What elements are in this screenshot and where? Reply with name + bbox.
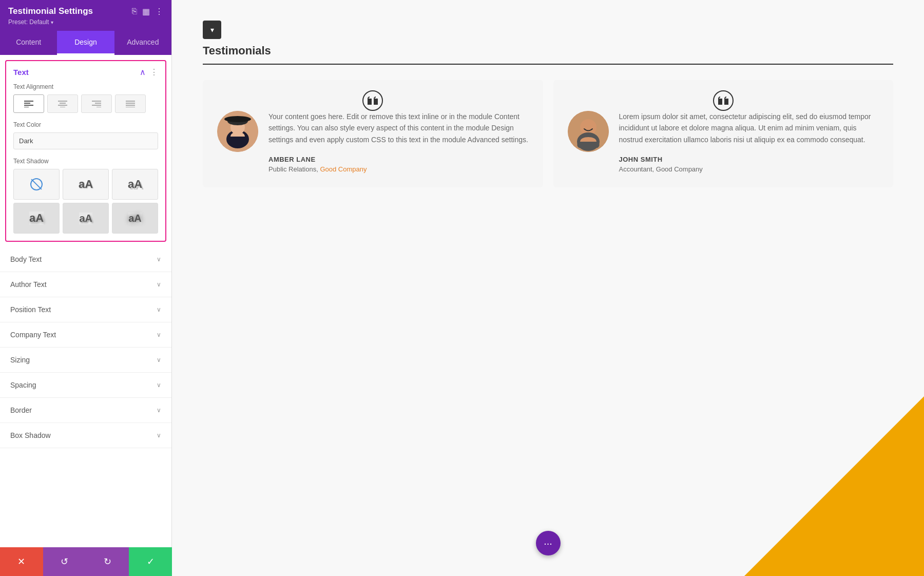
author-text-label: Author Text xyxy=(10,280,47,289)
sidebar-title: Testimonial Settings xyxy=(8,6,93,16)
svg-point-20 xyxy=(224,116,251,122)
section-icon-button[interactable]: ▾ xyxy=(203,21,221,39)
section-text-expanded: Text ∧ ⋮ Text Alignment xyxy=(5,60,166,242)
spacing-label: Spacing xyxy=(10,381,36,389)
text-color-label: Text Color xyxy=(13,121,158,128)
quote-icon-2 xyxy=(713,90,734,111)
card-1-position: Public Relations, Good Company xyxy=(268,165,529,173)
card-2-author: JOHN SMITH xyxy=(619,156,879,163)
section-text-icons: ∧ ⋮ xyxy=(140,67,158,77)
card-1-text-block: Your content goes here. Edit or remove t… xyxy=(268,111,529,173)
section-position-text[interactable]: Position Text ∨ xyxy=(0,297,171,322)
shadow-5-button[interactable]: aA xyxy=(112,203,158,234)
testimonial-card-2: Lorem ipsum dolor sit amet, consectetur … xyxy=(553,80,894,187)
section-author-text[interactable]: Author Text ∨ xyxy=(0,272,171,297)
alignment-buttons xyxy=(13,94,158,113)
chevron-down-icon: ▾ xyxy=(210,26,214,34)
text-shadow-label: Text Shadow xyxy=(13,158,158,165)
sidebar-content: Text ∧ ⋮ Text Alignment xyxy=(0,55,171,576)
company-text-label: Company Text xyxy=(10,331,56,339)
undo-button[interactable]: ↺ xyxy=(43,547,86,576)
shadow-4-button[interactable]: aA xyxy=(63,203,109,234)
redo-button[interactable]: ↻ xyxy=(86,547,129,576)
preset-label[interactable]: Preset: Default ▾ xyxy=(8,18,163,26)
section-box-shadow[interactable]: Box Shadow ∨ xyxy=(0,423,171,448)
shadow-1-preview: aA xyxy=(79,178,93,191)
no-shadow-icon xyxy=(30,178,43,190)
text-alignment-label: Text Alignment xyxy=(13,83,158,90)
shadow-none-button[interactable] xyxy=(13,169,60,200)
body-text-chevron-icon: ∨ xyxy=(157,256,161,263)
floating-action-button[interactable]: ··· xyxy=(536,531,561,555)
testimonials-row: Your content goes here. Edit or remove t… xyxy=(203,80,893,187)
avatar-1 xyxy=(217,111,258,152)
main-content: ▾ Testimonials xyxy=(172,0,924,576)
testimonial-card-1: Your content goes here. Edit or remove t… xyxy=(203,80,543,187)
align-right-button[interactable] xyxy=(81,94,112,113)
section-more-icon[interactable]: ⋮ xyxy=(150,67,158,77)
position-text-chevron-icon: ∨ xyxy=(157,306,161,313)
spacing-chevron-icon: ∨ xyxy=(157,381,161,389)
card-2-body: Lorem ipsum dolor sit amet, consectetur … xyxy=(568,111,879,173)
align-justify-button[interactable] xyxy=(115,94,146,113)
box-shadow-chevron-icon: ∨ xyxy=(157,432,161,439)
card-2-text-block: Lorem ipsum dolor sit amet, consectetur … xyxy=(619,111,879,173)
preset-caret-icon: ▾ xyxy=(51,20,53,25)
sizing-label: Sizing xyxy=(10,356,30,364)
section-text-header[interactable]: Text ∧ ⋮ xyxy=(6,61,165,83)
testimonials-title: Testimonials xyxy=(203,44,893,65)
section-company-text[interactable]: Company Text ∨ xyxy=(0,322,171,348)
shadow-4-preview: aA xyxy=(79,213,92,224)
shadow-3-preview: aA xyxy=(29,212,44,225)
sizing-chevron-icon: ∨ xyxy=(157,356,161,363)
sidebar-bottom-bar: ✕ ↺ ↻ ✓ xyxy=(0,547,172,576)
sidebar: Testimonial Settings ⎘ ▦ ⋮ Preset: Defau… xyxy=(0,0,172,576)
section-text-content: Text Alignment Text Colo xyxy=(6,83,165,241)
card-1-body: Your content goes here. Edit or remove t… xyxy=(217,111,529,173)
shadow-5-preview: aA xyxy=(128,213,142,224)
tab-content[interactable]: Content xyxy=(0,31,57,55)
layout-icon[interactable]: ▦ xyxy=(142,7,150,16)
shadow-2-button[interactable]: aA xyxy=(112,169,158,200)
copy-icon[interactable]: ⎘ xyxy=(132,7,137,16)
section-body-text[interactable]: Body Text ∨ xyxy=(0,247,171,272)
card-2-body-text: Lorem ipsum dolor sit amet, consectetur … xyxy=(619,111,879,145)
align-left-button[interactable] xyxy=(13,94,44,113)
quote-icon-1 xyxy=(362,90,383,111)
card-1-company-link[interactable]: Good Company xyxy=(320,165,367,173)
card-1-author: AMBER LANE xyxy=(268,156,529,163)
border-chevron-icon: ∨ xyxy=(157,407,161,414)
sidebar-tabs: Content Design Advanced xyxy=(0,31,171,55)
company-text-chevron-icon: ∨ xyxy=(157,331,161,338)
author-text-chevron-icon: ∨ xyxy=(157,281,161,288)
more-icon[interactable]: ⋮ xyxy=(155,7,163,16)
tab-advanced[interactable]: Advanced xyxy=(114,31,171,55)
box-shadow-label: Box Shadow xyxy=(10,431,51,439)
sidebar-header-icons: ⎘ ▦ ⋮ xyxy=(132,7,163,16)
position-text-label: Position Text xyxy=(10,305,51,314)
card-1-body-text: Your content goes here. Edit or remove t… xyxy=(268,111,529,145)
text-color-select[interactable]: Dark Light Custom xyxy=(13,132,158,149)
orange-triangle-decoration xyxy=(744,396,924,576)
section-border[interactable]: Border ∨ xyxy=(0,398,171,423)
avatar-2 xyxy=(568,111,609,152)
shadow-3-button[interactable]: aA xyxy=(13,203,60,234)
body-text-label: Body Text xyxy=(10,255,42,263)
section-spacing[interactable]: Spacing ∨ xyxy=(0,373,171,398)
tab-design[interactable]: Design xyxy=(57,31,114,55)
fab-dots-icon: ··· xyxy=(544,537,552,549)
cancel-button[interactable]: ✕ xyxy=(0,547,43,576)
align-center-button[interactable] xyxy=(47,94,78,113)
section-sizing[interactable]: Sizing ∨ xyxy=(0,348,171,373)
shadow-2-preview: aA xyxy=(128,178,142,191)
card-2-company: Good Company xyxy=(656,165,703,173)
card-2-position: Accountant, Good Company xyxy=(619,165,879,173)
shadow-grid: aA aA aA aA aA xyxy=(13,169,158,234)
collapse-icon[interactable]: ∧ xyxy=(140,67,146,77)
border-label: Border xyxy=(10,406,32,414)
shadow-1-button[interactable]: aA xyxy=(63,169,109,200)
section-text-title: Text xyxy=(13,68,29,76)
sidebar-header: Testimonial Settings ⎘ ▦ ⋮ Preset: Defau… xyxy=(0,0,171,31)
save-button[interactable]: ✓ xyxy=(129,547,172,576)
